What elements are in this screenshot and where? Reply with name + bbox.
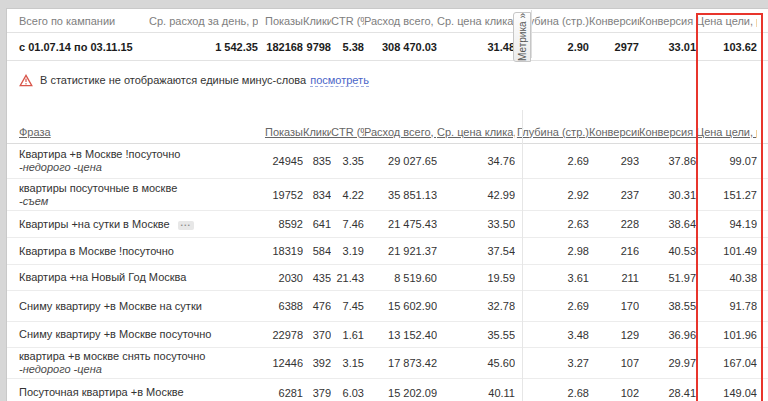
impressions-value: 18319 (253, 245, 303, 257)
summary-metrika-divider (531, 10, 532, 58)
sort-impressions-link[interactable]: Показы (265, 126, 303, 138)
summary-col-total-spend: Расход всего, руб. (364, 15, 437, 27)
ctr-value: 1.61 (331, 329, 364, 341)
table-row: Сниму квартиру +в Москве посуточно 22978… (7, 322, 768, 348)
more-options-badge[interactable]: ... (178, 221, 195, 230)
total-spend-value: 29 027.65 (364, 155, 437, 167)
ctr-value: 7.45 (331, 300, 364, 312)
total-spend-value: 8 519.60 (364, 272, 437, 284)
sort-conversions-link[interactable]: Конверсии (589, 126, 639, 138)
conversions-value: 129 (589, 329, 639, 341)
summary-title: Всего по кампании (7, 15, 149, 27)
conversions-value: 228 (589, 218, 639, 230)
phrase-cell: Квартира +на Новый Год Москва (7, 271, 253, 284)
clicks-value: 435 (303, 272, 331, 284)
phrase-minus-words: -недорого -цена (19, 363, 253, 376)
conversions-value: 107 (589, 357, 639, 369)
impressions-value: 12446 (253, 357, 303, 369)
sort-clicks-link[interactable]: Клики (303, 126, 331, 138)
view-minus-words-link[interactable]: посмотреть (310, 74, 369, 87)
warning-text: В статистике не отображаются единые мину… (40, 74, 306, 86)
sort-avg-cpc-link[interactable]: Ср. цена клика, руб. (437, 126, 515, 138)
goal-price-value: 101.96 (696, 329, 757, 341)
phrase-text: Квартира в Москве !посуточно (19, 245, 253, 258)
summary-col-ctr: CTR (%) (331, 15, 364, 27)
avg-cpc-value: 37.54 (437, 245, 515, 257)
summary-col-clicks: Клики (303, 15, 331, 27)
sort-goal-price-link[interactable]: Цена цели, руб. (696, 126, 757, 138)
conversions-value: 102 (589, 387, 639, 399)
table-row: Посуточная квартира +в Москве 6281 379 6… (7, 379, 768, 401)
sort-total-spend-link[interactable]: Расход всего, руб. (364, 126, 437, 138)
total-spend-value: 17 873.42 (364, 357, 437, 369)
ctr-value: 3.19 (331, 245, 364, 257)
ctr-value: 21.43 (331, 272, 364, 284)
phrase-text: Сниму квартиру +в Москве посуточно (19, 328, 253, 341)
phrase-text: квартира +в москве снять посуточно (19, 350, 253, 363)
summary-ctr-value: 5.38 (331, 41, 364, 53)
avg-cpc-value: 42.99 (437, 189, 515, 201)
phrase-cell: квартира +в москве снять посуточно -недо… (7, 350, 253, 376)
phrase-cell: Квартира +в Москве !посуточно -недорого … (7, 148, 253, 174)
conversion-rate-value: 29.97 (639, 357, 696, 369)
sort-ctr-link[interactable]: CTR (%) (331, 126, 364, 138)
minus-words-warning: В статистике не отображаются единые мину… (7, 69, 768, 91)
goal-price-value: 167.04 (696, 357, 757, 369)
ctr-value: 3.35 (331, 155, 364, 167)
metrika-tab[interactable]: Метрика » (513, 12, 531, 62)
ctr-value: 3.15 (331, 357, 364, 369)
avg-cpc-value: 19.59 (437, 272, 515, 284)
total-spend-value: 21 921.37 (364, 245, 437, 257)
phrase-text: Квартира +на Новый Год Москва (19, 271, 253, 284)
summary-clicks-value: 9798 (303, 41, 331, 53)
ctr-value: 7.46 (331, 218, 364, 230)
table-header-row: Фраза Показы Клики CTR (%) Расход всего,… (7, 120, 768, 144)
phrase-text: квартиры посуточные в москве (19, 182, 253, 195)
summary-avg-cpc-value: 31.48 (437, 41, 515, 53)
summary-avg-spend-value: 1 542.35 (149, 41, 258, 53)
depth-value: 3.61 (515, 272, 589, 284)
sort-phrase-link[interactable]: Фраза (19, 126, 51, 138)
summary-col-goal-price: Цена цели, руб. (696, 15, 757, 27)
total-spend-value: 15 602.90 (364, 300, 437, 312)
conversions-value: 170 (589, 300, 639, 312)
depth-value: 2.69 (515, 155, 589, 167)
phrase-text: Сниму квартиру +в Москве на сутки (19, 300, 253, 313)
depth-value: 2.63 (515, 218, 589, 230)
conversion-rate-value: 37.86 (639, 155, 696, 167)
summary-values-row: с 01.07.14 по 03.11.15 1 542.35 182168 9… (7, 33, 768, 61)
summary-period: с 01.07.14 по 03.11.15 (7, 41, 149, 53)
summary-conversions-value: 2977 (589, 41, 639, 53)
ctr-value: 4.22 (331, 189, 364, 201)
goal-price-value: 101.49 (696, 245, 757, 257)
impressions-value: 6281 (253, 387, 303, 399)
table-metrika-divider (522, 110, 523, 401)
conversion-rate-value: 51.97 (639, 272, 696, 284)
impressions-value: 22978 (253, 329, 303, 341)
table-row: Квартира в Москве !посуточно 18319 584 3… (7, 238, 768, 265)
conversions-value: 211 (589, 272, 639, 284)
impressions-value: 2030 (253, 272, 303, 284)
clicks-value: 834 (303, 189, 331, 201)
depth-value: 2.98 (515, 245, 589, 257)
statistics-content-panel: Всего по кампании Ср. расход за день, ру… (6, 8, 768, 401)
goal-price-value: 99.07 (696, 155, 757, 167)
sort-depth-link[interactable]: Глубина (стр.) (517, 126, 589, 138)
clicks-value: 641 (303, 218, 331, 230)
depth-value: 2.69 (515, 300, 589, 312)
avg-cpc-value: 35.55 (437, 329, 515, 341)
table-row: Квартиры +на сутки в Москве... 8592 641 … (7, 211, 768, 238)
summary-col-avg-spend: Ср. расход за день, руб. (149, 15, 258, 27)
phrase-cell: квартиры посуточные в москве -съем (7, 182, 253, 208)
phrase-text: Квартира +в Москве !посуточно (19, 148, 253, 161)
avg-cpc-value: 34.76 (437, 155, 515, 167)
table-body: Квартира +в Москве !посуточно -недорого … (7, 144, 768, 401)
phrase-minus-words: -съем (19, 195, 253, 208)
goal-price-value: 40.38 (696, 272, 757, 284)
summary-conversion-rate-value: 33.01 (639, 41, 696, 53)
summary-header-row: Всего по кампании Ср. расход за день, ру… (7, 9, 768, 33)
sort-conversion-rate-link[interactable]: Конверсия (%) (639, 126, 696, 138)
conversions-value: 293 (589, 155, 639, 167)
conversion-rate-value: 36.96 (639, 329, 696, 341)
total-spend-value: 21 475.43 (364, 218, 437, 230)
